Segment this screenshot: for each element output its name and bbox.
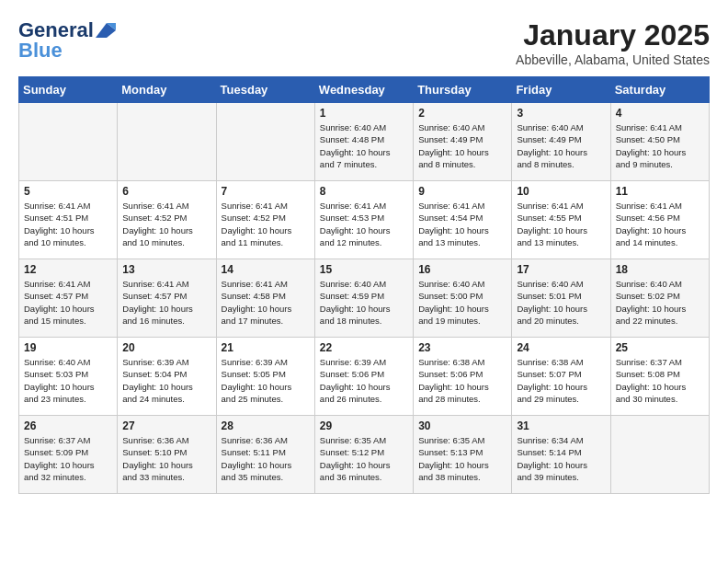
- calendar-cell: 14Sunrise: 6:41 AMSunset: 4:58 PMDayligh…: [216, 259, 314, 338]
- day-info: Sunrise: 6:41 AMSunset: 4:56 PMDaylight:…: [616, 200, 704, 248]
- day-number: 31: [517, 419, 605, 432]
- day-info: Sunrise: 6:39 AMSunset: 5:05 PMDaylight:…: [222, 356, 310, 405]
- day-info: Sunrise: 6:41 AMSunset: 4:52 PMDaylight:…: [222, 200, 310, 248]
- day-info: Sunrise: 6:41 AMSunset: 4:57 PMDaylight:…: [24, 278, 112, 327]
- day-number: 28: [222, 419, 310, 432]
- day-number: 16: [418, 263, 506, 276]
- calendar-table: SundayMondayTuesdayWednesdayThursdayFrid…: [18, 76, 710, 494]
- day-number: 9: [418, 185, 506, 198]
- day-number: 18: [616, 263, 704, 276]
- day-number: 7: [222, 185, 310, 198]
- weekday-header-wednesday: Wednesday: [314, 77, 413, 103]
- calendar-cell: 27Sunrise: 6:36 AMSunset: 5:10 PMDayligh…: [118, 416, 216, 494]
- day-info: Sunrise: 6:40 AMSunset: 4:48 PMDaylight:…: [320, 121, 408, 170]
- day-info: Sunrise: 6:36 AMSunset: 5:11 PMDaylight:…: [222, 434, 310, 483]
- calendar-cell: 31Sunrise: 6:34 AMSunset: 5:14 PMDayligh…: [512, 416, 610, 494]
- day-info: Sunrise: 6:40 AMSunset: 4:49 PMDaylight:…: [517, 121, 605, 170]
- day-info: Sunrise: 6:41 AMSunset: 4:54 PMDaylight:…: [418, 200, 506, 248]
- day-info: Sunrise: 6:38 AMSunset: 5:07 PMDaylight:…: [517, 356, 605, 405]
- day-info: Sunrise: 6:37 AMSunset: 5:09 PMDaylight:…: [24, 434, 112, 483]
- day-number: 12: [24, 263, 112, 276]
- day-info: Sunrise: 6:37 AMSunset: 5:08 PMDaylight:…: [616, 356, 704, 405]
- location: Abbeville, Alabama, United States: [516, 52, 710, 67]
- calendar-cell: 3Sunrise: 6:40 AMSunset: 4:49 PMDaylight…: [512, 103, 610, 181]
- logo-icon: [96, 23, 116, 38]
- day-info: Sunrise: 6:40 AMSunset: 5:00 PMDaylight:…: [418, 278, 506, 327]
- calendar-week-5: 26Sunrise: 6:37 AMSunset: 5:09 PMDayligh…: [19, 416, 710, 494]
- day-number: 23: [418, 341, 506, 354]
- calendar-cell: 5Sunrise: 6:41 AMSunset: 4:51 PMDaylight…: [19, 181, 118, 259]
- weekday-header-saturday: Saturday: [610, 77, 709, 103]
- day-number: 5: [24, 185, 112, 198]
- calendar-cell: 15Sunrise: 6:40 AMSunset: 4:59 PMDayligh…: [314, 259, 413, 338]
- day-info: Sunrise: 6:39 AMSunset: 5:06 PMDaylight:…: [320, 356, 408, 405]
- calendar-cell: 28Sunrise: 6:36 AMSunset: 5:11 PMDayligh…: [216, 416, 314, 494]
- day-info: Sunrise: 6:35 AMSunset: 5:13 PMDaylight:…: [418, 434, 506, 483]
- day-number: 15: [320, 263, 408, 276]
- day-info: Sunrise: 6:41 AMSunset: 4:55 PMDaylight:…: [517, 200, 605, 248]
- day-info: Sunrise: 6:41 AMSunset: 4:52 PMDaylight:…: [122, 200, 210, 248]
- day-info: Sunrise: 6:35 AMSunset: 5:12 PMDaylight:…: [320, 434, 408, 483]
- calendar-cell: 8Sunrise: 6:41 AMSunset: 4:53 PMDaylight…: [314, 181, 413, 259]
- calendar-week-2: 5Sunrise: 6:41 AMSunset: 4:51 PMDaylight…: [19, 181, 710, 259]
- day-number: 22: [320, 341, 408, 354]
- day-info: Sunrise: 6:40 AMSunset: 5:03 PMDaylight:…: [24, 356, 112, 405]
- calendar-cell: 7Sunrise: 6:41 AMSunset: 4:52 PMDaylight…: [216, 181, 314, 259]
- day-info: Sunrise: 6:41 AMSunset: 4:58 PMDaylight:…: [222, 278, 310, 327]
- calendar-week-4: 19Sunrise: 6:40 AMSunset: 5:03 PMDayligh…: [19, 338, 710, 416]
- calendar-cell: 19Sunrise: 6:40 AMSunset: 5:03 PMDayligh…: [19, 338, 118, 416]
- calendar-cell: 4Sunrise: 6:41 AMSunset: 4:50 PMDaylight…: [610, 103, 709, 181]
- calendar-cell: 20Sunrise: 6:39 AMSunset: 5:04 PMDayligh…: [118, 338, 216, 416]
- day-number: 13: [122, 263, 210, 276]
- day-number: 24: [517, 341, 605, 354]
- calendar-cell: 18Sunrise: 6:40 AMSunset: 5:02 PMDayligh…: [610, 259, 709, 338]
- calendar-cell: [216, 103, 314, 181]
- day-info: Sunrise: 6:38 AMSunset: 5:06 PMDaylight:…: [418, 356, 506, 405]
- day-info: Sunrise: 6:40 AMSunset: 4:49 PMDaylight:…: [418, 121, 506, 170]
- day-number: 14: [222, 263, 310, 276]
- calendar-cell: 17Sunrise: 6:40 AMSunset: 5:01 PMDayligh…: [512, 259, 610, 338]
- day-number: 2: [418, 107, 506, 120]
- calendar-cell: [19, 103, 118, 181]
- day-info: Sunrise: 6:40 AMSunset: 5:01 PMDaylight:…: [517, 278, 605, 327]
- day-info: Sunrise: 6:41 AMSunset: 4:53 PMDaylight:…: [320, 200, 408, 248]
- calendar-cell: 23Sunrise: 6:38 AMSunset: 5:06 PMDayligh…: [414, 338, 512, 416]
- day-info: Sunrise: 6:39 AMSunset: 5:04 PMDaylight:…: [122, 356, 210, 405]
- calendar-cell: 29Sunrise: 6:35 AMSunset: 5:12 PMDayligh…: [314, 416, 413, 494]
- logo-blue: Blue: [18, 39, 63, 63]
- day-number: 21: [222, 341, 310, 354]
- day-info: Sunrise: 6:41 AMSunset: 4:50 PMDaylight:…: [616, 121, 704, 170]
- weekday-header-row: SundayMondayTuesdayWednesdayThursdayFrid…: [19, 77, 710, 103]
- calendar-cell: 11Sunrise: 6:41 AMSunset: 4:56 PMDayligh…: [610, 181, 709, 259]
- weekday-header-thursday: Thursday: [414, 77, 512, 103]
- logo: General Blue: [18, 18, 116, 63]
- calendar-cell: 26Sunrise: 6:37 AMSunset: 5:09 PMDayligh…: [19, 416, 118, 494]
- calendar-cell: 13Sunrise: 6:41 AMSunset: 4:57 PMDayligh…: [118, 259, 216, 338]
- calendar-cell: 24Sunrise: 6:38 AMSunset: 5:07 PMDayligh…: [512, 338, 610, 416]
- day-number: 3: [517, 107, 605, 120]
- calendar-week-3: 12Sunrise: 6:41 AMSunset: 4:57 PMDayligh…: [19, 259, 710, 338]
- calendar-week-1: 1Sunrise: 6:40 AMSunset: 4:48 PMDaylight…: [19, 103, 710, 181]
- calendar-cell: 2Sunrise: 6:40 AMSunset: 4:49 PMDaylight…: [414, 103, 512, 181]
- day-number: 6: [122, 185, 210, 198]
- day-number: 27: [122, 419, 210, 432]
- day-number: 1: [320, 107, 408, 120]
- day-info: Sunrise: 6:36 AMSunset: 5:10 PMDaylight:…: [122, 434, 210, 483]
- day-number: 20: [122, 341, 210, 354]
- calendar-cell: 16Sunrise: 6:40 AMSunset: 5:00 PMDayligh…: [414, 259, 512, 338]
- day-info: Sunrise: 6:40 AMSunset: 5:02 PMDaylight:…: [616, 278, 704, 327]
- day-number: 8: [320, 185, 408, 198]
- weekday-header-tuesday: Tuesday: [216, 77, 314, 103]
- day-info: Sunrise: 6:40 AMSunset: 4:59 PMDaylight:…: [320, 278, 408, 327]
- day-number: 29: [320, 419, 408, 432]
- day-info: Sunrise: 6:41 AMSunset: 4:57 PMDaylight:…: [122, 278, 210, 327]
- day-number: 26: [24, 419, 112, 432]
- calendar-cell: [118, 103, 216, 181]
- page-header: General Blue January 2025 Abbeville, Ala…: [18, 18, 710, 67]
- calendar-cell: 21Sunrise: 6:39 AMSunset: 5:05 PMDayligh…: [216, 338, 314, 416]
- calendar-cell: 10Sunrise: 6:41 AMSunset: 4:55 PMDayligh…: [512, 181, 610, 259]
- day-number: 10: [517, 185, 605, 198]
- day-number: 25: [616, 341, 704, 354]
- calendar-cell: 22Sunrise: 6:39 AMSunset: 5:06 PMDayligh…: [314, 338, 413, 416]
- day-number: 17: [517, 263, 605, 276]
